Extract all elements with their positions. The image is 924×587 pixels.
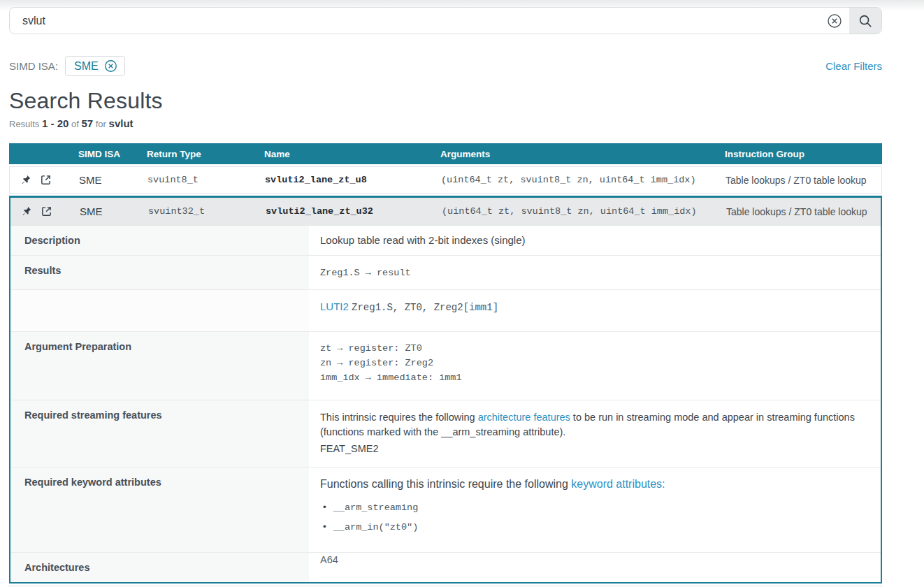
architecture-features-link[interactable]: architecture features [478, 412, 570, 423]
argprep-line: imm_idx → immediate: imm1 [320, 371, 869, 386]
instruction-mnemonic-link[interactable]: LUTI2 [320, 300, 349, 312]
search-clear-button[interactable] [820, 8, 849, 34]
x-circle-icon [827, 13, 842, 29]
keyword-attributes-list: __arm_streaming __arm_in("zt0") [320, 502, 869, 532]
detail-label: Required keyword attributes [10, 468, 309, 552]
table-row[interactable]: SME svuint8_t svluti2_lane_zt_u8 (uint64… [9, 166, 882, 194]
argprep-line: zn → register: Zreg2 [320, 356, 869, 371]
results-summary: Results 1 - 20 of 57 for svlut [9, 117, 882, 129]
results-of: of [71, 119, 79, 129]
cell-name: svluti2_lane_zt_u8 [257, 171, 433, 189]
argument-preparation-value: zt → register: ZT0 zn → register: Zreg2 … [309, 332, 881, 400]
cell-simd-isa: SME [71, 170, 140, 190]
instruction-operands: Zreg1.S, ZT0, Zreg2[imm1] [352, 302, 498, 313]
detail-label: Architectures [10, 553, 309, 582]
detail-label-blank [10, 290, 309, 331]
detail-row-instruction: LUTI2 Zreg1.S, ZT0, Zreg2[imm1] [10, 290, 881, 332]
result-details: Description Lookup table read with 2-bit… [10, 225, 881, 582]
detail-label: Argument Preparation [10, 332, 309, 400]
results-range: 1 - 20 [42, 117, 68, 129]
results-value: Zreg1.S → result [309, 256, 881, 289]
search-submit-button[interactable] [849, 8, 881, 34]
architectures-value: A64 [309, 553, 881, 582]
filter-bar: SIMD ISA: SME Clear Filters [9, 56, 882, 76]
cell-arguments: (uint64_t zt, svuint8_t zn, uint64_t imm… [433, 171, 718, 189]
intrinsics-table: SIMD ISA Return Type Name Arguments Inst… [9, 143, 882, 587]
open-in-new-icon[interactable] [40, 174, 52, 186]
cell-arguments: (uint64_t zt, svuint8_t zn, uint64_t imm… [434, 202, 719, 221]
filter-chip-sme[interactable]: SME [65, 56, 125, 76]
detail-row-argument-preparation: Argument Preparation zt → register: ZT0 … [10, 332, 881, 400]
pin-icon[interactable] [20, 205, 32, 217]
detail-row-description: Description Lookup table read with 2-bit… [10, 226, 881, 256]
streaming-feature: FEAT_SME2 [320, 443, 869, 454]
detail-row-streaming-features: Required streaming features This intrins… [10, 400, 881, 468]
streaming-features-value: This intrinsic requires the following ar… [309, 400, 881, 468]
description-value: Lookup table read with 2-bit indexes (si… [309, 226, 881, 255]
expanded-result-block: SME svuint32_t svluti2_lane_zt_u32 (uint… [9, 196, 882, 584]
remove-filter-icon[interactable] [104, 59, 117, 73]
cell-name: svluti2_lane_zt_u32 [258, 202, 434, 221]
cell-return-type: svuint8_t [140, 171, 257, 189]
results-query: svlut [109, 117, 133, 129]
results-for: for [96, 119, 106, 129]
open-in-new-icon[interactable] [41, 205, 52, 217]
keyword-attributes-value: Functions calling this intrinsic require… [309, 468, 881, 552]
cell-instruction-group: Table lookups / ZT0 table lookup [718, 171, 881, 190]
cell-return-type: svuint32_t [140, 202, 258, 221]
keyword-attributes-link[interactable]: keyword attributes: [571, 478, 665, 490]
keyword-attribute-item: __arm_in("zt0") [323, 521, 869, 532]
col-header-simd-isa: SIMD ISA [71, 149, 139, 159]
detail-label: Results [10, 256, 309, 289]
cell-instruction-group: Table lookups / ZT0 table lookup [719, 202, 881, 222]
col-header-instruction-group: Instruction Group [717, 149, 882, 159]
search-bar [9, 7, 882, 34]
keyword-text-before: Functions calling this intrinsic require… [320, 478, 571, 490]
filter-category-label: SIMD ISA: [9, 60, 58, 72]
page-title: Search Results [9, 88, 882, 114]
results-total: 57 [81, 117, 93, 129]
cell-simd-isa: SME [72, 201, 140, 222]
clear-filters-link[interactable]: Clear Filters [825, 60, 882, 72]
col-header-return-type: Return Type [139, 149, 257, 159]
search-icon [858, 13, 873, 29]
results-prefix: Results [9, 119, 39, 129]
detail-row-architectures: Architectures A64 [10, 553, 881, 582]
col-header-name: Name [257, 149, 433, 159]
detail-label: Required streaming features [10, 400, 309, 468]
keyword-attribute-item: __arm_streaming [323, 502, 869, 513]
table-header-row: SIMD ISA Return Type Name Arguments Inst… [9, 143, 882, 164]
detail-row-results: Results Zreg1.S → result [10, 256, 881, 290]
pin-icon[interactable] [20, 174, 31, 186]
search-input[interactable] [10, 8, 820, 34]
filter-chip-label: SME [74, 60, 99, 73]
detail-row-keyword-attributes: Required keyword attributes Functions ca… [10, 468, 881, 553]
instruction-value: LUTI2 Zreg1.S, ZT0, Zreg2[imm1] [309, 290, 881, 331]
col-header-arguments: Arguments [433, 149, 717, 159]
search-results-page: SIMD ISA: SME Clear Filters Search Resul… [0, 0, 924, 587]
detail-label: Description [10, 226, 309, 255]
argprep-line: zt → register: ZT0 [320, 342, 869, 356]
streaming-text-before: This intrinsic requires the following [320, 412, 478, 423]
table-row-expanded[interactable]: SME svuint32_t svluti2_lane_zt_u32 (uint… [10, 198, 881, 225]
